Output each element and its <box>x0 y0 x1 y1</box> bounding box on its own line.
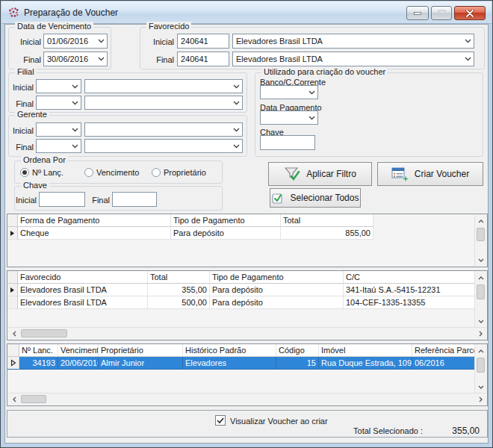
table-cell: 341-Itaú S.A.-5415-12231 <box>344 284 475 296</box>
vertical-scrollbar[interactable] <box>474 215 486 266</box>
gerente-inicial-code-combo[interactable] <box>36 122 81 137</box>
table-cell: Almir Junior <box>99 357 183 370</box>
scrollbar-thumb[interactable] <box>21 395 46 403</box>
filial-inicial-name-combo[interactable] <box>84 79 243 93</box>
column-header[interactable]: Total <box>281 214 373 227</box>
gerente-final-name-combo[interactable] <box>84 139 243 153</box>
scroll-up-icon[interactable] <box>475 345 487 357</box>
scroll-down-icon[interactable] <box>475 315 487 327</box>
table-row[interactable]: Cheque Para depósito 855,00 <box>7 227 487 240</box>
radio-num-lanc-label[interactable]: Nº Lanç. <box>32 168 63 177</box>
data-pagamento-combo[interactable] <box>260 111 318 125</box>
chave-final-label: Final <box>89 196 110 205</box>
criar-voucher-button[interactable]: Criar Voucher <box>377 162 483 186</box>
chevron-down-icon <box>231 101 242 105</box>
horizontal-scrollbar[interactable] <box>8 327 486 339</box>
check-icon <box>217 417 224 424</box>
scrollbar-thumb[interactable] <box>477 284 485 299</box>
minimize-button[interactable] <box>406 6 429 20</box>
column-header[interactable]: Tipo de Pagamento <box>210 271 344 284</box>
indicator-cell <box>7 296 18 309</box>
column-header[interactable]: Total <box>148 271 210 284</box>
favorecido-inicial-name-combo[interactable]: Elevadores Brasil LTDA <box>232 34 474 49</box>
column-header[interactable]: Proprietário <box>99 344 183 357</box>
scroll-left-icon[interactable] <box>8 328 20 340</box>
column-header[interactable]: Nº Lanc. <box>19 344 58 357</box>
banco-combo[interactable] <box>260 85 318 99</box>
selecionar-todos-button[interactable]: Selecionar Todos <box>270 188 361 208</box>
table-cell: Elevadores Brasil LTDA <box>18 296 148 309</box>
scrollbar-thumb[interactable] <box>21 329 67 337</box>
field-value: 240641 <box>178 37 229 46</box>
chevron-down-icon <box>231 144 242 149</box>
combo-value: Elevadores Brasil LTDA <box>233 37 462 46</box>
radio-vencimento-label[interactable]: Vencimento <box>96 168 139 177</box>
horizontal-scrollbar[interactable] <box>8 393 486 405</box>
vencimento-inicial-label: Inicial <box>11 37 41 46</box>
table-cell: Cheque <box>18 227 171 240</box>
table-header-row: Nº Lanc. Vencimento Proprietário Históri… <box>7 344 487 357</box>
table-cell: Para depósito <box>210 284 344 296</box>
chave-voucher-field[interactable] <box>260 135 315 150</box>
scroll-left-icon[interactable] <box>8 393 20 405</box>
scroll-right-icon[interactable] <box>474 393 486 405</box>
filial-final-name-combo[interactable] <box>84 96 243 110</box>
table-row[interactable]: Elevadores Brasil LTDA 500,00 Para depós… <box>7 296 487 309</box>
chave-inicial-field[interactable] <box>39 192 85 207</box>
radio-proprietario[interactable] <box>152 168 161 177</box>
filial-inicial-code-combo[interactable] <box>36 79 81 93</box>
vencimento-final-combo[interactable]: 30/06/2016 <box>43 52 108 66</box>
radio-num-lanc[interactable] <box>20 168 29 177</box>
gerente-final-code-combo[interactable] <box>36 139 81 153</box>
scroll-right-icon[interactable] <box>474 328 486 340</box>
table-cell: 104-CEF-1335-13355 <box>344 296 475 309</box>
column-header[interactable]: Tipo de Pagamento <box>171 214 281 227</box>
chave-final-field[interactable] <box>112 192 157 207</box>
column-header[interactable]: Código <box>276 344 319 357</box>
vertical-scrollbar[interactable] <box>474 272 486 327</box>
table-cell: 20/06/2016 <box>58 357 99 370</box>
indicator-header-cell <box>7 344 19 357</box>
radio-proprietario-label[interactable]: Proprietário <box>164 168 206 177</box>
column-header[interactable]: Vencimento <box>58 344 99 357</box>
group-label: Data de Vencimento <box>15 22 93 31</box>
scroll-up-icon[interactable] <box>475 215 487 227</box>
chevron-down-icon <box>231 84 242 89</box>
favorecido-inicial-code-field[interactable]: 240641 <box>177 34 229 49</box>
table-row-selected[interactable]: 34193 20/06/2016 Almir Junior Elevadores… <box>7 357 487 370</box>
column-header[interactable]: C/C <box>344 271 475 284</box>
scrollbar-thumb[interactable] <box>477 358 485 373</box>
scroll-down-icon[interactable] <box>475 254 487 266</box>
column-header[interactable]: Histórico Padrão <box>183 344 276 357</box>
column-header[interactable]: Imóvel <box>319 344 412 357</box>
table-row[interactable]: Elevadores Brasil LTDA 355,00 Para depós… <box>7 284 487 296</box>
table-cell: Para depósito <box>171 227 281 240</box>
maximize-button[interactable] <box>431 6 452 20</box>
visualizar-checkbox-label[interactable]: Visualizar Voucher ao criar <box>230 417 328 426</box>
visualizar-checkbox[interactable] <box>215 415 226 426</box>
vertical-scrollbar[interactable] <box>474 345 486 393</box>
button-label: Selecionar Todos <box>291 193 359 203</box>
gerente-inicial-name-combo[interactable] <box>84 122 243 137</box>
column-header[interactable]: Favorecido <box>18 271 148 284</box>
favorecido-final-code-field[interactable]: 240641 <box>177 52 229 66</box>
gerente-inicial-label: Inicial <box>10 126 34 135</box>
column-header[interactable]: Referência Parce <box>412 344 475 357</box>
filial-final-label: Final <box>10 99 34 108</box>
chevron-down-icon <box>462 57 474 61</box>
close-button[interactable] <box>454 6 486 20</box>
scroll-down-icon[interactable] <box>475 381 487 393</box>
aplicar-filtro-button[interactable]: Aplicar Filtro <box>268 162 372 186</box>
caption-buttons <box>406 6 486 20</box>
field-value: 240641 <box>178 55 229 63</box>
vencimento-inicial-combo[interactable]: 01/06/2016 <box>43 34 108 49</box>
radio-vencimento[interactable] <box>84 168 93 177</box>
scrollbar-thumb[interactable] <box>477 228 485 241</box>
favorecido-final-name-combo[interactable]: Elevadores Brasil LTDA <box>232 52 474 66</box>
favorecido-grid: Favorecido Total Tipo de Pagamento C/C E… <box>7 270 488 340</box>
filial-final-code-combo[interactable] <box>36 96 81 110</box>
column-header[interactable]: Forma de Pagamento <box>18 214 171 227</box>
indicator-header-cell <box>7 271 18 284</box>
scroll-up-icon[interactable] <box>475 272 487 284</box>
combo-value: 30/06/2016 <box>44 55 96 63</box>
